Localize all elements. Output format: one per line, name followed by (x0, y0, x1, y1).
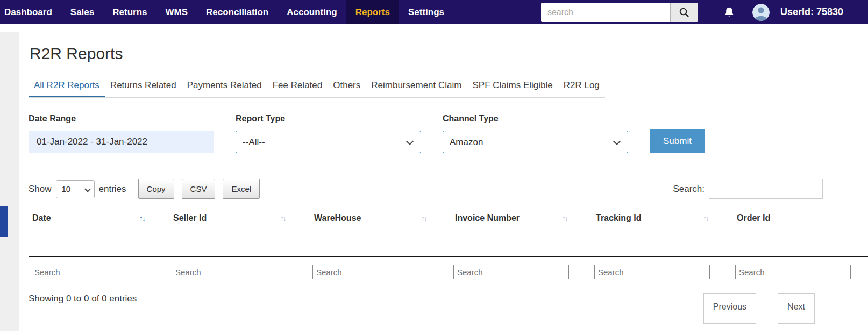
sort-icon: ↑↓ (562, 214, 567, 222)
tab-payments-related[interactable]: Payments Related (182, 75, 267, 97)
table-header-row: Date ↑↓ Seller Id ↑↓ WareHouse ↑↓ Invoic… (29, 208, 868, 229)
date-range-label: Date Range (29, 114, 214, 124)
column-label: Tracking Id (596, 213, 641, 223)
top-nav: Dashboard Sales Returns WMS Reconciliati… (0, 0, 868, 24)
date-range-input[interactable] (29, 131, 214, 153)
sort-icon: ↑↓ (421, 214, 426, 222)
sort-icon: ↑↓ (703, 214, 708, 222)
nav-item-accounting[interactable]: Accounting (278, 0, 346, 24)
seller-id-column-search-input[interactable] (172, 265, 287, 279)
column-header-warehouse[interactable]: WareHouse ↑↓ (310, 213, 451, 223)
filters-bar: Date Range Report Type --All-- Channel T… (29, 114, 868, 153)
r2r-reports-table: Date ↑↓ Seller Id ↑↓ WareHouse ↑↓ Invoic… (29, 208, 868, 279)
report-type-label: Report Type (236, 114, 421, 124)
nav-item-wms[interactable]: WMS (156, 0, 197, 24)
nav-item-dashboard[interactable]: Dashboard (0, 0, 61, 24)
nav-item-sales[interactable]: Sales (61, 0, 103, 24)
entries-label: entries (99, 184, 126, 195)
column-header-order-id[interactable]: Order Id (733, 213, 868, 223)
tab-fee-related[interactable]: Fee Related (267, 75, 328, 97)
nav-item-returns[interactable]: Returns (103, 0, 156, 24)
report-tabs: All R2R Reports Returns Related Payments… (29, 75, 605, 98)
previous-page-button[interactable]: Previous (703, 293, 756, 324)
page-title: R2R Reports (30, 45, 868, 63)
page-length-select-wrap: 10 (56, 180, 95, 198)
column-label: Date (32, 213, 51, 223)
nav-item-reconciliation[interactable]: Reconciliation (197, 0, 278, 24)
column-label: WareHouse (314, 213, 361, 223)
column-label: Order Id (737, 213, 770, 223)
show-label: Show (29, 184, 52, 195)
tracking-id-column-search-input[interactable] (594, 265, 710, 279)
excel-button[interactable]: Excel (223, 179, 260, 199)
submit-button[interactable]: Submit (650, 129, 705, 153)
empty-table-body (29, 229, 868, 257)
channel-type-label: Channel Type (443, 114, 628, 124)
channel-type-filter: Channel Type Amazon (443, 114, 628, 153)
column-label: Invoice Number (455, 213, 520, 223)
column-label: Seller Id (173, 213, 207, 223)
tab-spf-claims-eligible[interactable]: SPF Claims Eligible (467, 75, 558, 97)
sort-icon: ↑↓ (139, 214, 145, 222)
date-range-filter: Date Range (29, 114, 214, 153)
channel-type-select-wrap: Amazon (443, 131, 628, 153)
tab-r2r-log[interactable]: R2R Log (558, 75, 605, 97)
pagination: Previous Next (703, 293, 815, 324)
column-header-seller-id[interactable]: Seller Id ↑↓ (169, 213, 310, 223)
page-length-control: Show 10 entries Copy CSV Excel (29, 179, 260, 199)
sort-icon: ↑↓ (280, 214, 286, 222)
user-id-label: UserId: 75830 (780, 6, 843, 18)
column-header-tracking-id[interactable]: Tracking Id ↑↓ (592, 213, 733, 223)
report-type-filter: Report Type --All-- (236, 114, 421, 153)
warehouse-column-search-input[interactable] (312, 265, 428, 279)
page-length-select[interactable]: 10 (56, 180, 95, 198)
copy-button[interactable]: Copy (138, 179, 174, 199)
report-type-select[interactable]: --All-- (236, 131, 421, 153)
tab-returns-related[interactable]: Returns Related (105, 75, 182, 97)
nav-item-reports[interactable]: Reports (346, 0, 399, 24)
report-type-select-wrap: --All-- (236, 131, 421, 153)
tab-reimbursement-claim[interactable]: Reimbursement Claim (366, 75, 467, 97)
table-controls: Show 10 entries Copy CSV Excel Search: (29, 179, 868, 199)
search-icon (679, 7, 689, 18)
next-page-button[interactable]: Next (778, 293, 815, 324)
invoice-number-column-search-input[interactable] (453, 265, 569, 279)
column-filter-row (29, 257, 868, 279)
csv-button[interactable]: CSV (182, 179, 216, 199)
showing-entries-info: Showing 0 to 0 of 0 entries (29, 293, 137, 304)
left-gutter (0, 32, 19, 331)
table-search-label: Search: (673, 184, 705, 195)
nav-search-input[interactable] (541, 3, 670, 22)
left-scroll-accent (0, 206, 8, 237)
column-header-invoice-number[interactable]: Invoice Number ↑↓ (451, 213, 592, 223)
tab-others[interactable]: Others (328, 75, 366, 97)
nav-item-settings[interactable]: Settings (399, 0, 453, 24)
tab-all-r2r-reports[interactable]: All R2R Reports (29, 75, 105, 97)
order-id-column-search-input[interactable] (735, 265, 851, 279)
main-content: R2R Reports All R2R Reports Returns Rela… (19, 24, 868, 331)
channel-type-select[interactable]: Amazon (443, 131, 628, 153)
table-search-input[interactable] (709, 179, 823, 199)
notification-bell-icon[interactable] (724, 6, 735, 18)
column-header-date[interactable]: Date ↑↓ (29, 213, 169, 223)
date-column-search-input[interactable] (31, 265, 146, 279)
nav-search (541, 3, 698, 22)
nav-search-button[interactable] (670, 3, 698, 22)
table-footer: Showing 0 to 0 of 0 entries Previous Nex… (29, 293, 868, 324)
table-search-control: Search: (673, 179, 823, 199)
user-avatar[interactable] (752, 4, 770, 21)
